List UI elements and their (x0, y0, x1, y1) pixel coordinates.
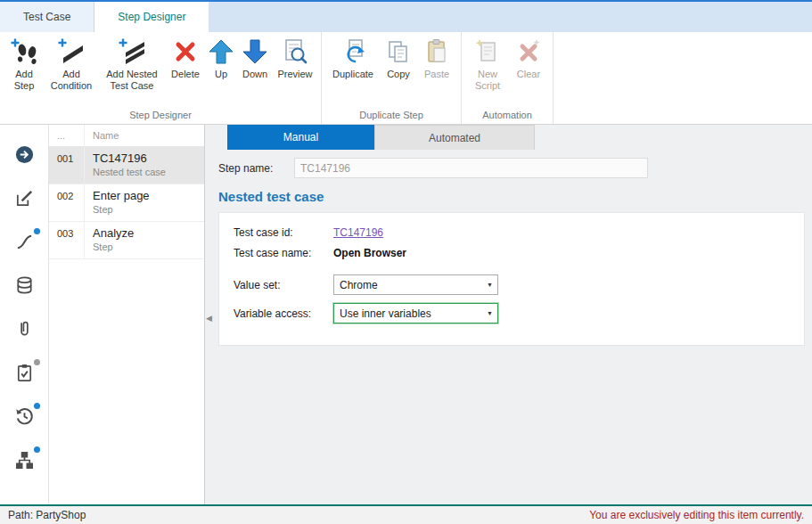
ribbon: Add Step Add Condition (0, 32, 812, 125)
ribbon-group-duplicate-step: Duplicate Copy (321, 32, 461, 124)
delete-label: Delete (171, 69, 200, 80)
paste-label: Paste (424, 69, 449, 80)
clear-icon (514, 37, 543, 66)
steps-list-header: ... Name (49, 125, 204, 147)
paste-button[interactable]: Paste (417, 34, 456, 80)
up-label: Up (215, 69, 227, 80)
tab-automated-label: Automated (429, 132, 480, 144)
add-step-button[interactable]: Add Step (4, 34, 44, 92)
up-button[interactable]: Up (206, 34, 236, 80)
history-icon (14, 406, 35, 430)
sidebar-item-steps[interactable] (6, 221, 42, 265)
ribbon-tab-strip: Test Case Step Designer (0, 2, 812, 32)
steps-list-panel: ... Name 001 TC147196 Nested test case 0… (49, 125, 205, 504)
copy-icon (384, 37, 413, 66)
tab-automated[interactable]: Automated (374, 125, 535, 150)
duplicate-icon (339, 37, 367, 66)
manual-automated-tabs: Manual Automated (205, 125, 812, 150)
preview-icon (281, 37, 309, 66)
sidebar-item-checklist[interactable] (6, 352, 42, 396)
down-button[interactable]: Down (236, 34, 274, 80)
test-case-id-link[interactable]: TC147196 (333, 226, 383, 239)
ribbon-group-duplicate-step-label: Duplicate Step (326, 107, 456, 124)
database-icon (14, 275, 35, 299)
step-number: 001 (49, 147, 85, 184)
down-arrow-icon (241, 37, 269, 66)
tab-manual-label: Manual (283, 131, 318, 143)
add-condition-button[interactable]: Add Condition (44, 34, 99, 92)
test-case-name-value: Open Browser (333, 247, 406, 259)
collapse-panel-handle[interactable]: ◀ (206, 314, 212, 323)
add-nested-test-case-icon (118, 37, 146, 66)
ribbon-tab-test-case[interactable]: Test Case (0, 2, 94, 32)
ribbon-tab-step-designer[interactable]: Step Designer (94, 2, 209, 32)
step-title: Analyze (93, 226, 197, 240)
ribbon-group-step-designer-label: Step Designer (4, 107, 316, 124)
steps-icon (14, 232, 35, 255)
section-title: Nested test case (218, 189, 812, 204)
step-number: 002 (49, 184, 85, 221)
checklist-icon (14, 363, 35, 386)
hierarchy-badge-dot (34, 446, 40, 453)
clear-button[interactable]: Clear (509, 34, 548, 80)
ribbon-tab-step-designer-label: Step Designer (118, 11, 185, 23)
step-name-label: Step name: (218, 162, 294, 175)
delete-icon (171, 37, 200, 66)
value-set-selected-value: Chrome (334, 279, 482, 291)
test-case-name-label: Test case name: (234, 247, 333, 259)
preview-label: Preview (277, 69, 312, 80)
new-script-label: New Script (468, 69, 507, 92)
ribbon-group-step-designer: Add Step Add Condition (0, 32, 321, 124)
step-title: TC147196 (93, 151, 197, 165)
attachments-icon (14, 319, 35, 342)
add-nested-test-case-button[interactable]: Add Nested Test Case (99, 34, 165, 92)
tab-manual[interactable]: Manual (227, 125, 374, 150)
sidebar-item-history[interactable] (6, 396, 42, 439)
paste-icon (422, 37, 451, 66)
status-bar: Path: PartyShop You are exclusively edit… (0, 504, 812, 524)
edit-icon (14, 188, 35, 211)
ribbon-tab-test-case-label: Test Case (23, 11, 70, 23)
sidebar-item-attachments[interactable] (6, 308, 42, 352)
value-set-label: Value set: (234, 279, 333, 291)
new-script-button[interactable]: New Script (466, 34, 509, 92)
sidebar-item-hierarchy[interactable] (6, 439, 42, 483)
app-window: Test Case Step Designer Add (0, 0, 812, 524)
sidebar-item-edit[interactable] (6, 177, 42, 221)
value-set-select[interactable]: Chrome ▼ (333, 274, 498, 295)
variable-access-label: Variable access: (234, 307, 333, 320)
sidebar-item-data[interactable] (6, 265, 42, 308)
steps-header-name-column: Name (85, 130, 204, 141)
history-badge-dot (34, 403, 40, 409)
hierarchy-icon (14, 450, 35, 473)
step-row-001[interactable]: 001 TC147196 Nested test case (49, 147, 204, 184)
test-case-id-label: Test case id: (234, 226, 333, 239)
main-area: ... Name 001 TC147196 Nested test case 0… (0, 125, 812, 504)
step-detail-panel: ◀ Manual Automated Step name: Nested tes… (205, 125, 812, 504)
duplicate-button[interactable]: Duplicate (326, 34, 380, 80)
step-name-input[interactable] (294, 158, 648, 178)
step-row-002[interactable]: 002 Enter page Step (49, 184, 204, 222)
copy-label: Copy (387, 69, 410, 80)
down-label: Down (242, 69, 267, 80)
add-step-footprints-icon (10, 37, 38, 66)
checklist-badge-dot (34, 359, 40, 365)
variable-access-select[interactable]: Use inner variables ▼ (333, 303, 498, 323)
status-editing-message: You are exclusively editing this item cu… (589, 509, 804, 521)
up-arrow-icon (207, 37, 235, 66)
nested-test-case-card: Test case id: TC147196 Test case name: O… (218, 212, 805, 346)
status-path: Path: PartyShop (8, 509, 86, 521)
steps-badge-dot (34, 228, 40, 234)
step-subtitle: Step (93, 242, 197, 252)
copy-button[interactable]: Copy (380, 34, 417, 80)
step-row-003[interactable]: 003 Analyze Step (49, 222, 204, 259)
clear-label: Clear (517, 69, 540, 80)
preview-button[interactable]: Preview (274, 34, 316, 80)
new-script-icon (473, 37, 502, 66)
sidebar-item-navigate[interactable] (6, 134, 42, 177)
ribbon-group-automation: New Script Clear Automation (461, 32, 554, 124)
chevron-down-icon: ▼ (482, 310, 497, 316)
delete-button[interactable]: Delete (165, 34, 206, 80)
step-subtitle: Nested test case (93, 167, 197, 177)
steps-header-number-column: ... (49, 125, 85, 146)
